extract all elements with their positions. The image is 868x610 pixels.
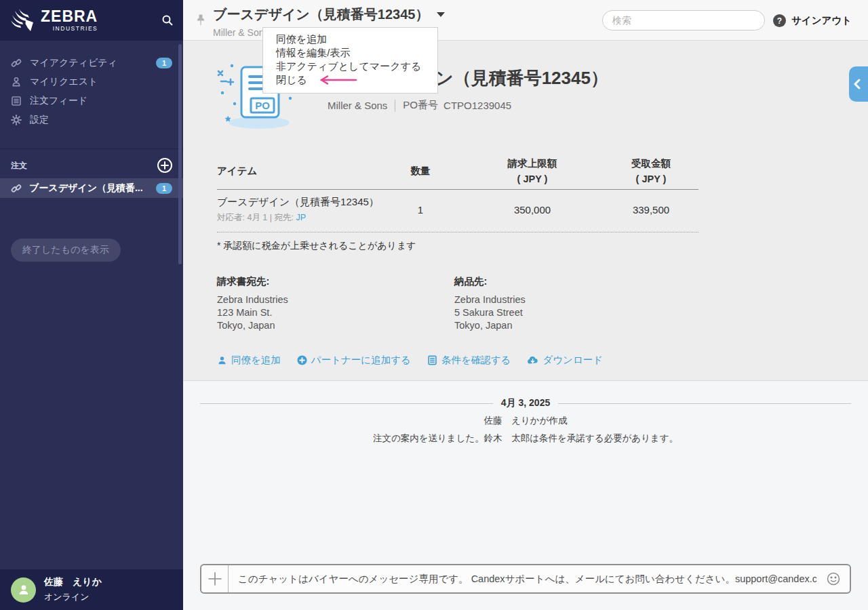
feed-icon [11,96,22,106]
qty-cell: 1 [380,204,461,216]
link-icon [11,183,22,194]
feed-message: 注文の案内を送りました。鈴木 太郎は条件を承諾する必要があります。 [183,432,868,445]
bill-to-block: 請求書宛先: Zebra Industries 123 Main St. Tok… [217,275,454,332]
review-terms-link[interactable]: 条件を確認する [427,354,511,367]
order-count-badge: 1 [156,183,172,194]
table-header-row: アイテム 数量 請求上限額 ( JPY ) 受取金額 ( JPY ) [217,157,698,190]
subtitle-divider [395,100,395,112]
plus-circle-icon [297,355,307,365]
logo-text: ZEBRA INDUSTRIES [41,9,98,32]
menu-item-label: 同僚を追加 [276,33,327,46]
logo-title: ZEBRA [41,9,98,24]
action-label: 条件を確認する [441,354,511,367]
link-icon [11,58,22,68]
menu-item-edit-info[interactable]: 情報を編集/表示 [276,46,437,60]
sidebar-item-label: マイアクティビティ [30,57,117,69]
sidebar-item-my-activity[interactable]: マイアクティビティ 1 [0,54,183,73]
activity-count-badge: 1 [156,58,172,68]
col-header-currency: ( JPY ) [604,174,698,184]
document-icon [427,355,437,365]
pink-arrow-left-icon [317,75,359,85]
search-input[interactable] [602,10,765,30]
logo-subtitle: INDUSTRIES [41,26,98,32]
item-name: ブースデザイン（見積番号12345） [217,196,380,209]
expand-panel-tab[interactable] [849,66,868,102]
addr-line: Tokyo, Japan [217,319,454,332]
menu-item-add-colleague[interactable]: 同僚を追加 [276,33,437,46]
add-partner-link[interactable]: パートナーに追加する [297,354,411,367]
col-header-received: 受取金額 ( JPY ) [604,157,698,184]
help-icon[interactable]: ? [773,14,786,27]
addr-line: Tokyo, Japan [454,319,692,332]
order-subtitle: Miller & Sons PO番号 CTPO1239045 [328,99,608,112]
orders-section-title: 注文 [11,160,27,171]
vendor-name: Miller & Sons [328,100,387,111]
user-info: 佐藤 えりか オンライン [44,576,102,603]
feed-creator: 佐藤 えりかが作成 [183,415,868,427]
sidebar-item-label: マイリクエスト [30,76,98,88]
person-icon [17,583,31,596]
sidebar-item-my-requests[interactable]: マイリクエスト [0,73,183,92]
addr-line: Zebra Industries [217,293,454,306]
action-label: 同僚を追加 [231,354,281,367]
cloud-download-icon [527,355,538,365]
menu-item-close[interactable]: 閉じる [276,73,437,87]
menu-item-label: 情報を編集/表示 [276,46,351,60]
addr-line: 123 Main St. [217,306,454,319]
po-label: PO [255,100,270,111]
sidebar-user-footer: 佐藤 えりか オンライン [0,569,183,610]
action-label: ダウンロード [542,354,603,367]
recipient-link[interactable]: JP [296,213,306,222]
add-order-button[interactable] [157,158,172,173]
billing-cap-cell: 350,000 [461,204,604,216]
avatar [11,577,36,603]
addresses: 請求書宛先: Zebra Industries 123 Main St. Tok… [217,275,692,332]
sidebar-item-label: 注文フィード [30,95,87,107]
col-header-line: 受取金額 [604,157,698,170]
order-items-table: アイテム 数量 請求上限額 ( JPY ) 受取金額 ( JPY ) ブースデザ… [217,157,698,252]
feed-date: 4月 3, 2025 [501,397,550,409]
order-item-label: ブースデザイン（見積番... [29,182,143,195]
zebra-logo-icon [9,7,37,34]
add-colleague-link[interactable]: 同僚を追加 [217,354,281,367]
chat-bar [200,564,851,594]
sidebar-item-order-feed[interactable]: 注文フィード [0,92,183,110]
menu-item-label: 非アクティブとしてマークする [276,60,421,73]
topbar-order-title: ブースデザイン（見積番号12345） [213,5,429,24]
sidebar-nav: マイアクティビティ 1 マイリクエスト 注文フィード [0,41,183,129]
download-link[interactable]: ダウンロード [527,354,603,367]
chat-input[interactable] [229,573,826,584]
search-icon[interactable] [161,14,174,26]
sidebar-scrollbar[interactable] [178,44,182,264]
main-content: PO ブースデザイン（見積番号12345） Miller & Sons [183,41,868,610]
sidebar-order-item-selected[interactable]: ブースデザイン（見積番... 1 [0,178,183,198]
plus-circle-outline-icon [161,161,169,169]
item-meta-text: 対応者: 4月 1 | 宛先: [217,213,296,222]
divider-line [200,403,493,404]
stamp-icon [11,77,22,87]
po-number-value: CTPO1239045 [443,100,511,111]
item-meta: 対応者: 4月 1 | 宛先: JP [217,212,380,224]
sidebar-item-settings[interactable]: 設定 [0,110,183,129]
context-menu: 同僚を追加 情報を編集/表示 非アクティブとしてマークする 閉じる [262,27,438,94]
activity-feed: 4月 3, 2025 佐藤 えりかが作成 注文の案内を送りました。鈴木 太郎は条… [183,381,868,610]
menu-item-mark-inactive[interactable]: 非アクティブとしてマークする [276,60,437,73]
col-header-item: アイテム [217,165,380,178]
item-cell: ブースデザイン（見積番号12345） 対応者: 4月 1 | 宛先: JP [217,196,380,224]
sidebar: ZEBRA INDUSTRIES マイアクティビティ 1 [0,0,183,610]
pin-icon[interactable] [196,14,205,30]
col-header-qty: 数量 [380,165,461,178]
col-header-billing-cap: 請求上限額 ( JPY ) [461,157,604,184]
sign-out-button[interactable]: サインアウト [791,0,852,41]
ship-to-label: 納品先: [454,275,692,288]
order-title-dropdown[interactable]: ブースデザイン（見積番号12345） [213,5,445,24]
bill-to-label: 請求書宛先: [217,275,454,288]
divider-line [558,403,851,404]
feed-date-divider: 4月 3, 2025 [200,397,851,409]
person-icon [217,355,227,365]
attach-button[interactable] [201,565,229,592]
smiley-icon[interactable] [826,571,841,586]
show-closed-button[interactable]: 終了したものを表示 [11,239,121,262]
action-label: パートナーに追加する [311,354,411,367]
addr-line: Zebra Industries [454,293,692,306]
